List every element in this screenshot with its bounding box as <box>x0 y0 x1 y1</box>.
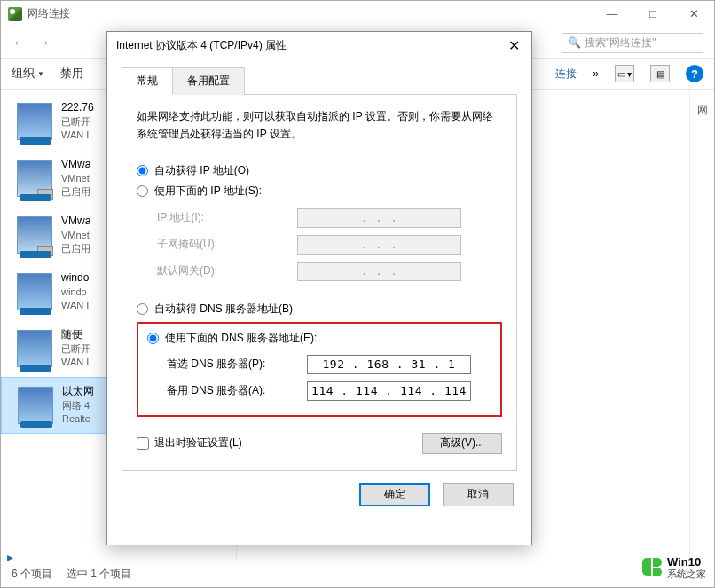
alternate-dns-label: 备用 DNS 服务器(A): <box>147 383 307 398</box>
back-button[interactable]: ← <box>12 34 28 52</box>
dialog-title: Internet 协议版本 4 (TCP/IPv4) 属性 <box>116 38 287 53</box>
preferred-dns-input[interactable]: 192 . 168 . 31 . 1 <box>307 355 471 374</box>
alternate-dns-input[interactable]: 114 . 114 . 114 . 114 <box>307 381 471 401</box>
watermark: Win10 系统之家 <box>641 556 706 579</box>
close-button[interactable]: ✕ <box>673 1 714 27</box>
ok-button[interactable]: 确定 <box>359 483 430 506</box>
manual-dns-group: 使用下面的 DNS 服务器地址(E): 首选 DNS 服务器(P): 192 .… <box>137 322 502 417</box>
search-input[interactable]: 🔍 搜索"网络连接" <box>562 33 703 53</box>
ipv4-properties-dialog: Internet 协议版本 4 (TCP/IPv4) 属性 ✕ 常规 备用配置 … <box>106 31 532 545</box>
ip-address-input: . . . <box>297 208 461 228</box>
right-panel: 网 <box>689 90 714 561</box>
manual-ip-radio[interactable]: 使用下面的 IP 地址(S): <box>137 184 502 199</box>
search-icon: 🔍 <box>568 36 581 49</box>
dialog-close-button[interactable]: ✕ <box>505 37 522 54</box>
minimize-button[interactable]: — <box>592 1 632 27</box>
manual-dns-radio[interactable]: 使用下面的 DNS 服务器地址(E): <box>147 331 491 346</box>
intro-text: 如果网络支持此功能，则可以获取自动指派的 IP 设置。否则，你需要从网络系统管理… <box>137 107 502 144</box>
status-bar: 6 个项目 选中 1 个项目 <box>1 561 714 587</box>
adapter-icon <box>17 216 52 254</box>
expand-arrow-icon[interactable]: ▸ <box>7 550 13 564</box>
window-title: 网络连接 <box>28 6 70 21</box>
search-placeholder: 搜索"网络连接" <box>585 35 656 51</box>
gateway-label: 默认网关(D): <box>138 263 297 278</box>
organize-menu[interactable]: 组织 ▼ <box>12 66 44 82</box>
help-icon[interactable]: ? <box>686 65 703 82</box>
network-icon <box>8 7 22 21</box>
segment-label: 连接 <box>555 67 577 82</box>
adapter-icon <box>18 387 53 424</box>
item-count: 6 个项目 <box>12 567 52 582</box>
view-large-button[interactable]: ▭ ▾ <box>615 65 634 82</box>
window-titlebar: 网络连接 — □ ✕ <box>1 1 714 27</box>
auto-dns-radio[interactable]: 自动获得 DNS 服务器地址(B) <box>137 302 502 317</box>
subnet-mask-label: 子网掩码(U): <box>138 237 297 252</box>
auto-ip-radio[interactable]: 自动获得 IP 地址(O) <box>137 163 502 178</box>
dialog-titlebar: Internet 协议版本 4 (TCP/IPv4) 属性 ✕ <box>107 32 531 59</box>
adapter-icon <box>17 330 52 367</box>
subnet-mask-input: . . . <box>297 235 461 255</box>
selected-count: 选中 1 个项目 <box>67 567 131 582</box>
tab-alternate[interactable]: 备用配置 <box>172 67 245 95</box>
preferred-dns-label: 首选 DNS 服务器(P): <box>147 357 307 372</box>
adapter-icon <box>17 103 52 140</box>
disable-button[interactable]: 禁用 <box>60 66 83 82</box>
advanced-button[interactable]: 高级(V)... <box>422 433 502 454</box>
adapter-icon <box>17 273 52 310</box>
chevron-right-icon[interactable]: » <box>593 67 599 80</box>
cancel-button[interactable]: 取消 <box>443 483 514 506</box>
maximize-button[interactable]: □ <box>632 1 673 27</box>
view-panel-button[interactable]: ▤ <box>650 65 670 82</box>
gateway-input: . . . <box>297 262 461 281</box>
validate-checkbox[interactable]: 退出时验证设置(L) <box>137 435 242 451</box>
ip-address-label: IP 地址(I): <box>138 210 297 225</box>
watermark-icon <box>641 557 663 577</box>
forward-button[interactable]: → <box>35 34 51 52</box>
adapter-icon <box>17 160 52 197</box>
chevron-down-icon: ▼ <box>37 70 44 78</box>
tab-general[interactable]: 常规 <box>122 67 173 95</box>
